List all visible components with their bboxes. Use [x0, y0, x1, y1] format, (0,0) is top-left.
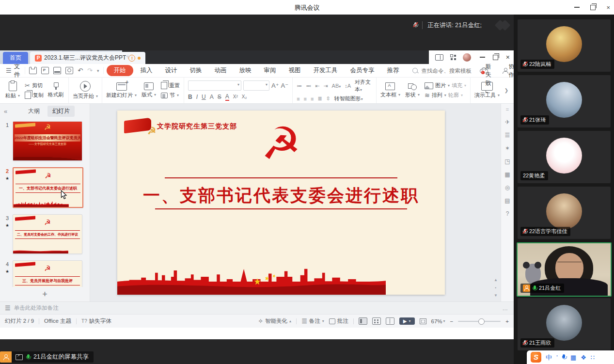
participant-tile[interactable]: 22语言学韦佳佳 — [518, 187, 611, 239]
slide-thumbnail-3[interactable]: ☭ 二、党员对支委会的工作、作风进行评议 — [13, 214, 82, 254]
superscript-button[interactable]: X² — [233, 94, 238, 99]
punctuation-icon[interactable]: ’ — [556, 354, 558, 361]
fit-window-icon[interactable] — [420, 318, 426, 324]
restore-icon[interactable] — [590, 5, 596, 10]
toolbox-icon[interactable]: ∷ — [591, 354, 595, 361]
tab-slides[interactable]: 幻灯片 — [47, 106, 75, 117]
reading-view-icon[interactable] — [386, 317, 394, 325]
shadow-button[interactable]: S — [218, 94, 221, 100]
previous-slide-icon[interactable]: ▲ — [494, 278, 498, 282]
participant-tile[interactable]: 21王雨欣 — [518, 298, 611, 350]
participant-tile[interactable]: 21张琦 — [518, 75, 611, 127]
decrease-indent-icon[interactable]: ⇤ — [315, 83, 319, 89]
zoom-out-button[interactable]: − — [450, 318, 454, 324]
windows-icon[interactable]: ◳ — [504, 158, 510, 165]
comment-button[interactable]: 批注 — [329, 317, 348, 325]
align-text-button[interactable]: 对齐文本▾ — [355, 79, 372, 93]
normal-view-icon[interactable] — [359, 317, 367, 325]
zoom-slider[interactable] — [458, 321, 501, 322]
paste-button[interactable]: 粘贴▾ — [4, 81, 21, 99]
tab-insert[interactable]: 插入 — [134, 65, 159, 76]
export-pdf-icon[interactable] — [41, 67, 49, 74]
line-spacing-icon[interactable]: ↕A — [345, 83, 351, 89]
wps-close-icon[interactable]: × — [506, 54, 510, 61]
notes-bar[interactable]: ☰ 单击此处添加备注 … — [0, 301, 514, 314]
image-tools-icon[interactable]: ▦ — [504, 171, 510, 178]
sorter-view-icon[interactable] — [372, 317, 381, 325]
tab-recommend[interactable]: 推荐 — [381, 65, 406, 76]
search-input[interactable] — [421, 67, 480, 74]
slideshow-play-button[interactable]: ▶▾ — [399, 317, 415, 325]
tutorial-icon[interactable]: ▤ — [504, 197, 510, 204]
format-painter-button[interactable]: 格式刷 — [47, 82, 64, 98]
strike-button[interactable]: A — [210, 94, 214, 100]
align-left-icon[interactable]: ≡ — [297, 96, 299, 102]
thumbnail-row-2[interactable]: 2★ ☭ 一、支部书记代表支委会进行述职 — [2, 167, 90, 208]
bold-button[interactable]: B — [188, 94, 192, 100]
thumbnail-row-1[interactable]: 1 ☭ 2022年度组织生活会暨民主评议党员大会 ——文学院研究生第三党支部 — [2, 121, 90, 161]
thumbnail-row-4[interactable]: 4★ ☭ 三、党员开展批评与自我批评 — [2, 260, 90, 287]
new-tab-button[interactable]: + — [122, 52, 134, 61]
outline-button[interactable]: 轮廓▾ — [448, 92, 463, 99]
distribute-icon[interactable]: ⇳ — [326, 95, 331, 102]
redo-icon[interactable]: ↷ — [87, 67, 93, 74]
beautify-rocket-icon[interactable]: ✈ — [505, 119, 510, 126]
scroll-thumb-icon[interactable]: ▪ — [494, 285, 498, 290]
tab-animation[interactable]: 动画 — [208, 65, 233, 76]
tab-design[interactable]: 设计 — [159, 65, 184, 76]
align-right-icon[interactable]: ≡ — [311, 96, 314, 102]
zoom-level[interactable]: 67%▾ — [431, 318, 445, 324]
zoom-in-button[interactable]: + — [505, 318, 509, 324]
file-menu[interactable]: ☰ 文件 — [0, 63, 25, 79]
undo-icon[interactable]: ↶ — [78, 67, 83, 74]
notes-more-icon[interactable]: … — [503, 305, 509, 311]
close-icon[interactable]: × — [606, 4, 610, 11]
increase-font-icon[interactable]: A⁺ — [271, 82, 279, 89]
bullets-icon[interactable]: ≔ — [297, 83, 302, 89]
voice-input-icon[interactable] — [562, 354, 566, 360]
properties-icon[interactable]: ☰ — [505, 132, 510, 139]
italic-button[interactable]: I — [196, 94, 198, 100]
notes-toggle-button[interactable]: ☰ 备注 ▾ — [301, 317, 324, 325]
chinese-mode-icon[interactable]: 中 — [546, 354, 552, 361]
print-preview-icon[interactable] — [65, 67, 73, 74]
tab-start[interactable]: 开始 — [107, 65, 133, 76]
theme-name[interactable]: Office 主题 — [44, 317, 71, 325]
participant-tile[interactable]: 22陆岚楠 — [518, 19, 611, 72]
present-tools-button[interactable]: 演示工具▾ — [474, 82, 500, 99]
tab-member[interactable]: 会员专享 — [344, 65, 381, 76]
help-icon[interactable]: ? — [506, 210, 509, 217]
print-icon[interactable] — [53, 67, 61, 74]
font-size-combo[interactable] — [243, 80, 269, 91]
increase-indent-icon[interactable]: ⇥ — [323, 83, 328, 89]
smart-beautify-button[interactable]: ✧ 智能美化 ▴ — [258, 317, 291, 325]
missing-font-warning[interactable]: T? 缺失字体 — [81, 317, 111, 325]
tab-slideshow[interactable]: 放映 — [233, 65, 258, 76]
current-slide[interactable]: ☭ 文学院研究生第三党支部 ☭ 一、支部书记代表支委会进行述职 — [117, 111, 445, 295]
numbering-icon[interactable]: ≕ — [306, 83, 311, 89]
tab-review[interactable]: 审阅 — [258, 65, 283, 76]
tab-transition[interactable]: 切换 — [184, 65, 208, 76]
tab-outline[interactable]: 大纲 — [23, 106, 45, 117]
shapes-button[interactable]: 形状▾ — [404, 83, 421, 98]
grid-view-icon[interactable] — [450, 54, 456, 60]
justify-icon[interactable]: ≣ — [317, 95, 322, 102]
align-center-icon[interactable]: ≡ — [304, 96, 307, 102]
skin-icon[interactable]: ❖ — [581, 354, 586, 361]
participant-tile[interactable]: 22黄艳柔 — [518, 131, 611, 183]
soft-keyboard-icon[interactable]: ▦ — [570, 354, 576, 361]
slide-thumbnail-2[interactable]: ☭ 一、支部书记代表支委会进行述职 — [13, 167, 83, 208]
collapse-panel-icon[interactable]: « — [4, 108, 7, 115]
customize-quickbar-icon[interactable]: ▾ — [97, 68, 99, 73]
ribbon-expand-icon[interactable]: ❯ — [503, 88, 510, 93]
thumbnail-row-3[interactable]: 3★ ☭ 二、党员对支委会的工作、作风进行评议 — [2, 214, 90, 254]
section-button[interactable]: 节▾ — [161, 92, 180, 99]
wps-minimize-icon[interactable] — [480, 57, 485, 58]
inspiration-icon[interactable]: ◎ — [505, 184, 510, 191]
decrease-font-icon[interactable]: A⁻ — [281, 82, 289, 89]
arrange-button[interactable]: ≋排列▾ — [425, 92, 446, 99]
tab-devtools[interactable]: 开发工具 — [307, 65, 344, 76]
next-slide-icon[interactable]: ▼ — [494, 293, 498, 298]
zoom-slider-knob[interactable] — [478, 318, 485, 325]
font-color-button[interactable]: A — [225, 93, 229, 101]
